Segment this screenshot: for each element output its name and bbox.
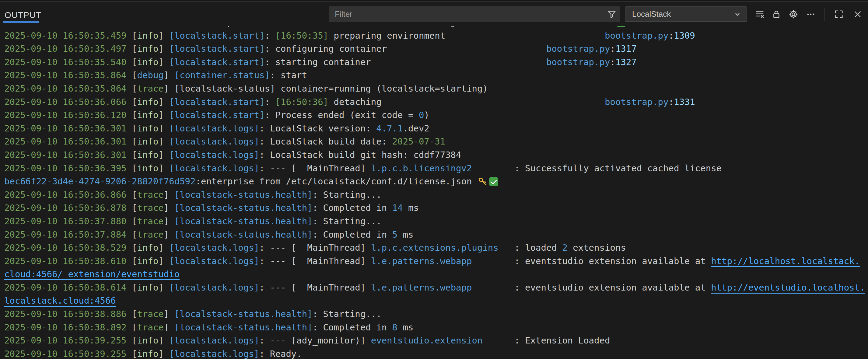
log-text: ] bbox=[158, 242, 169, 253]
log-text: 2025-09-10 16:50:38.886 bbox=[4, 309, 132, 319]
gear-icon[interactable] bbox=[786, 7, 800, 21]
log-text: ] bbox=[164, 216, 175, 226]
channel-select[interactable]: LocalStack bbox=[625, 6, 747, 22]
log-text: 2 bbox=[562, 242, 567, 253]
log-text: ] bbox=[158, 30, 169, 41]
log-line: 2025-09-10 16:50:38.886 [trace] [localst… bbox=[4, 307, 868, 321]
log-text: [localstack.logs] bbox=[169, 349, 259, 359]
log-text: 2025-09-10 16:50:35.540 bbox=[4, 57, 132, 67]
log-text: : Ready. bbox=[259, 349, 302, 359]
log-text: 1309 bbox=[674, 30, 695, 41]
log-text: [localstack.start] bbox=[169, 97, 265, 107]
log-text: : bbox=[669, 97, 674, 107]
log-text: 2025-09-10 16:50:37.884 bbox=[4, 229, 132, 240]
log-text: [ bbox=[132, 110, 137, 120]
log-text: : start bbox=[270, 70, 307, 80]
log-text: 2025-09-10 16:50:37.880 bbox=[4, 216, 132, 226]
log-text bbox=[472, 26, 605, 27]
log-text bbox=[483, 335, 514, 346]
log-text: trace bbox=[137, 216, 164, 226]
log-text: debug bbox=[137, 70, 164, 80]
log-text: : bbox=[259, 282, 270, 293]
log-text: Process ended (exit code = bbox=[275, 110, 418, 120]
log-text: [ bbox=[132, 203, 137, 213]
log-text: : bbox=[265, 30, 275, 41]
log-text: :enterprise from /etc/localstack/conf.d/… bbox=[196, 26, 472, 27]
log-text bbox=[472, 163, 514, 173]
log-text: [localstack-status.health] bbox=[175, 216, 313, 226]
log-line: 2025-09-10 16:50:38.892 [trace] [localst… bbox=[4, 321, 868, 334]
log-text bbox=[445, 30, 605, 41]
log-text: [localstack.logs] bbox=[169, 123, 259, 134]
more-actions-icon[interactable] bbox=[804, 7, 818, 21]
maximize-panel-icon[interactable] bbox=[832, 7, 846, 21]
log-text: info bbox=[137, 57, 159, 67]
log-link[interactable]: http://localhost.localstack. bbox=[711, 256, 860, 266]
log-text: ms bbox=[398, 322, 413, 332]
log-text: ] bbox=[164, 70, 175, 80]
clear-output-icon[interactable] bbox=[753, 7, 767, 21]
log-text: ms bbox=[398, 229, 413, 240]
log-line: 2025-09-10 16:50:36.066 [info] [localsta… bbox=[4, 96, 868, 109]
log-text: ] bbox=[164, 203, 175, 213]
log-text: bootstrap.py bbox=[546, 43, 610, 54]
log-text: [ bbox=[132, 282, 137, 293]
log-text: l.p.c.b.licensingv2 bbox=[371, 163, 472, 173]
log-text: : Extension Loaded bbox=[514, 335, 610, 346]
log-text: info bbox=[137, 242, 159, 253]
log-line: 2025-09-10 16:50:38.529 [info] [localsta… bbox=[4, 241, 868, 255]
log-text: ] bbox=[164, 229, 175, 240]
log-text: 2025-09-10 16:50:38.529 bbox=[4, 242, 132, 253]
lock-icon[interactable] bbox=[769, 7, 783, 21]
log-text: : bbox=[259, 136, 270, 146]
log-text: ] bbox=[164, 309, 175, 319]
log-line: 2025-09-10 16:50:38.610 [info] [localsta… bbox=[4, 255, 868, 268]
log-text: [localstack.start] bbox=[169, 57, 265, 67]
log-text: [ bbox=[132, 349, 137, 359]
log-text: : Completed in bbox=[313, 203, 392, 213]
log-text: --- [ MainThread] bbox=[270, 282, 371, 293]
log-text: 2025-09-10 16:50:36.395 bbox=[4, 163, 132, 173]
log-link[interactable]: http://eventstudio.localhost. bbox=[711, 282, 865, 293]
header-separator bbox=[824, 8, 825, 21]
log-text: --- [ MainThread] bbox=[270, 163, 371, 173]
log-text: [localstack.logs] bbox=[169, 335, 259, 346]
filter-input[interactable] bbox=[329, 9, 603, 19]
log-text: ] bbox=[158, 150, 169, 160]
log-text: ] bbox=[158, 97, 169, 107]
close-panel-icon[interactable] bbox=[851, 7, 865, 21]
log-text bbox=[387, 43, 546, 54]
log-text: l.p.c.extensions.plugins bbox=[371, 242, 498, 253]
output-log[interactable]: bec66f22-3d4e-4274-9206-28820f76d592:ent… bbox=[0, 26, 868, 359]
log-text: [ bbox=[132, 30, 137, 41]
log-text: 5 bbox=[392, 229, 398, 240]
log-text: : Completed in bbox=[313, 229, 392, 240]
log-text: : bbox=[265, 43, 275, 54]
key-emoji bbox=[478, 177, 488, 187]
log-text: info bbox=[137, 97, 159, 107]
log-link[interactable]: localstack.cloud:4566 bbox=[4, 295, 116, 306]
log-text: [localstack.logs] bbox=[169, 242, 259, 253]
log-text bbox=[472, 282, 514, 293]
log-text: trace bbox=[137, 190, 164, 200]
log-link[interactable]: cloud:4566/_extension/eventstudio bbox=[4, 269, 180, 279]
log-text: ] bbox=[158, 136, 169, 146]
log-text: ] bbox=[158, 335, 169, 346]
filter-icon[interactable] bbox=[603, 6, 620, 22]
log-text: : Starting... bbox=[313, 309, 382, 319]
log-text: bootstrap.py bbox=[605, 30, 669, 41]
log-text: [localstack.logs] bbox=[169, 136, 259, 146]
log-text: [ bbox=[132, 242, 137, 253]
log-text: [ bbox=[132, 216, 137, 226]
log-text: 2025-09-10 16:50:35.497 bbox=[4, 43, 132, 54]
log-text: bootstrap.py bbox=[546, 57, 610, 67]
log-text: 2025-09-10 16:50:36.866 bbox=[4, 190, 132, 200]
log-text: info bbox=[137, 256, 159, 266]
log-line: 2025-09-10 16:50:37.880 [trace] [localst… bbox=[4, 215, 868, 228]
log-text: LocalStack build date: bbox=[270, 136, 392, 146]
log-text: [ bbox=[132, 190, 137, 200]
log-text: [ bbox=[132, 43, 137, 54]
log-text: 2025-09-10 16:50:38.892 bbox=[4, 322, 132, 332]
log-text: bec66f22-3d4e-4274-9206-28820f76d592 bbox=[4, 26, 196, 27]
log-text: [16:50:35] bbox=[275, 30, 329, 41]
